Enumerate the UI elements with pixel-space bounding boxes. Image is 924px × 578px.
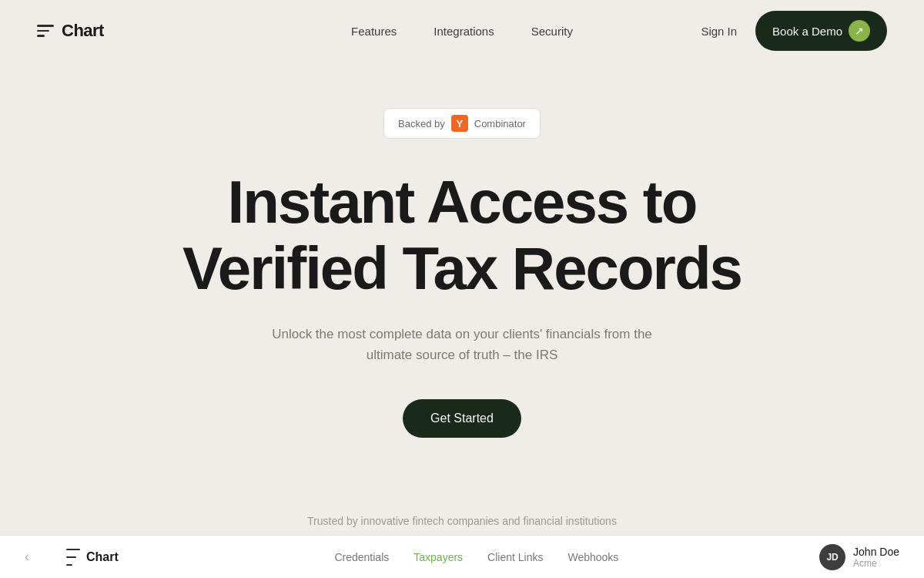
arrow-icon: ↗ (849, 20, 870, 42)
logo[interactable]: Chart (37, 21, 104, 41)
nav-links: Features Integrations Security (351, 25, 573, 38)
footer-hamburger-icon (66, 547, 80, 567)
footer-avatar-initials: JD (826, 552, 838, 563)
footer-preview-bar: ‹ Chart Credentials Taxpayers Client Lin… (0, 535, 924, 578)
nav-features[interactable]: Features (351, 25, 397, 38)
footer-nav-credentials[interactable]: Credentials (334, 551, 389, 563)
trusted-label: Trusted by innovative fintech companies … (307, 515, 617, 527)
sign-in-button[interactable]: Sign In (701, 25, 737, 38)
navbar: Chart Features Integrations Security Sig… (0, 0, 924, 62)
logo-text: Chart (62, 21, 104, 41)
footer-user-role: Acme (853, 558, 899, 569)
footer-logo-text: Chart (86, 550, 119, 564)
yc-logo: Y (451, 115, 468, 132)
yc-badge: Backed by Y Combinator (383, 108, 541, 139)
hero-subtitle: Unlock the most complete data on your cl… (262, 324, 662, 365)
hero-title-line1: Instant Access to (228, 168, 697, 236)
book-demo-button[interactable]: Book a Demo ↗ (755, 11, 887, 51)
yc-backed-prefix: Backed by (398, 118, 445, 129)
book-demo-label: Book a Demo (772, 25, 842, 38)
yc-combinator-name: Combinator (474, 118, 526, 129)
get-started-button[interactable]: Get Started (403, 399, 521, 438)
hero-title: Instant Access to Verified Tax Records (182, 170, 742, 302)
footer-nav: Credentials Taxpayers Client Links Webho… (165, 551, 788, 563)
hamburger-icon (37, 25, 54, 37)
footer-user: JD John Doe Acme (819, 544, 899, 570)
footer-user-name: John Doe (853, 546, 899, 558)
hero-section: Backed by Y Combinator Instant Access to… (0, 62, 924, 499)
left-arrow-icon[interactable]: ‹ (25, 549, 29, 565)
nav-security[interactable]: Security (531, 25, 573, 38)
footer-nav-client-links[interactable]: Client Links (487, 551, 543, 563)
footer-nav-webhooks[interactable]: Webhooks (567, 551, 618, 563)
footer-avatar: JD (819, 544, 845, 570)
footer-logo[interactable]: Chart (66, 547, 119, 567)
nav-actions: Sign In Book a Demo ↗ (701, 11, 887, 51)
hero-title-line2: Verified Tax Records (182, 234, 742, 302)
nav-integrations[interactable]: Integrations (434, 25, 494, 38)
footer-user-info: John Doe Acme (853, 546, 899, 569)
footer-nav-taxpayers[interactable]: Taxpayers (413, 551, 463, 563)
